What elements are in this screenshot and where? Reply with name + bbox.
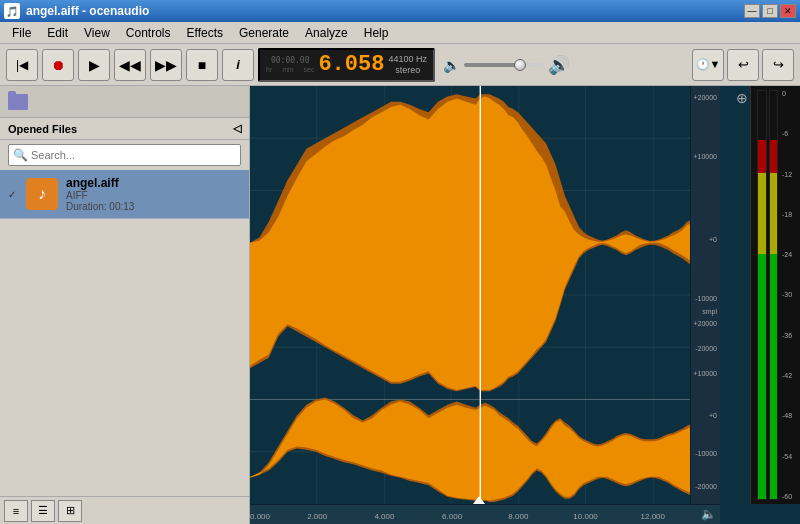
menu-item-help[interactable]: Help (356, 24, 397, 42)
minimize-button[interactable]: — (744, 4, 760, 18)
time-display: 00:00.00 hrminsec 6.058 44100 Hz stereo (258, 48, 435, 82)
app-icon: 🎵 (4, 3, 20, 19)
scale-10000-ch1: +10000 (693, 153, 717, 160)
ruler-8: 8.000 (508, 512, 528, 521)
sidebar-bottom: ≡ ☰ ⊞ (0, 496, 249, 524)
menu-item-view[interactable]: View (76, 24, 118, 42)
db-scale: 0 -6 -12 -18 -24 -30 -36 -42 -48 -54 -60 (780, 90, 798, 500)
file-thumbnail: ♪ (26, 178, 58, 210)
meter-right (769, 90, 779, 500)
waveform-canvas[interactable]: smpl smpl (250, 86, 720, 504)
right-toolbar: 🕐▼ ↩ ↪ (692, 49, 794, 81)
scale-neg10000-ch1: -10000 (695, 295, 717, 302)
time-value: 6.058 (318, 52, 384, 77)
menu-item-generate[interactable]: Generate (231, 24, 297, 42)
title-bar-buttons: — □ ✕ (744, 4, 796, 18)
list-view-button[interactable]: ≡ (4, 500, 28, 522)
playhead-marker (473, 496, 485, 504)
scale-0-ch1: +0 (709, 236, 717, 243)
volume-area: 🔈 🔊 (443, 54, 570, 76)
info-button[interactable]: i (222, 49, 254, 81)
waveform-area[interactable]: ⊕ (250, 86, 800, 524)
db-18: -18 (782, 211, 798, 218)
volume-high-icon: 🔊 (548, 54, 570, 76)
file-item[interactable]: ✓ ♪ angel.aiff AIFF Duration: 00:13 (0, 170, 249, 219)
scale-20000-ch2: +20000 (693, 320, 717, 327)
scale-neg20000-ch1: -20000 (695, 345, 717, 352)
ruler-0: 0.000 (250, 512, 270, 521)
title-text: angel.aiff - ocenaudio (26, 4, 149, 18)
rewind-button[interactable]: ◀◀ (114, 49, 146, 81)
title-bar: 🎵 angel.aiff - ocenaudio — □ ✕ (0, 0, 800, 22)
scale-10000-ch2: +10000 (693, 370, 717, 377)
db-30: -30 (782, 291, 798, 298)
scale-0-ch2: +0 (709, 412, 717, 419)
db-36: -36 (782, 332, 798, 339)
close-button[interactable]: ✕ (780, 4, 796, 18)
file-list: ✓ ♪ angel.aiff AIFF Duration: 00:13 (0, 170, 249, 496)
scale-neg20000-ch2: -20000 (695, 483, 717, 490)
waveform-svg (250, 86, 720, 504)
volume-slider[interactable] (464, 63, 544, 67)
zoom-in-icon[interactable]: ⊕ (736, 90, 748, 106)
menu-item-controls[interactable]: Controls (118, 24, 179, 42)
db-60: -60 (782, 493, 798, 500)
db-12: -12 (782, 171, 798, 178)
search-area: 🔍 (0, 140, 249, 170)
volume-low-icon: 🔈 (443, 57, 460, 73)
fast-forward-button[interactable]: ▶▶ (150, 49, 182, 81)
ruler-4: 4.000 (374, 512, 394, 521)
scale-neg10000-ch2: -10000 (695, 450, 717, 457)
menu-item-effects[interactable]: Effects (179, 24, 231, 42)
db-meter: 0 -6 -12 -18 -24 -30 -36 -42 -48 -54 -60 (750, 86, 800, 504)
sidebar-collapse-icon[interactable]: ◁ (233, 122, 241, 135)
meter-left (757, 90, 767, 500)
meter-left-cap (758, 91, 766, 140)
file-name: angel.aiff (66, 176, 241, 190)
opened-files-header: Opened Files ◁ (0, 118, 249, 140)
db-24: -24 (782, 251, 798, 258)
folder-icon (8, 94, 28, 110)
ruler-10: 10.000 (573, 512, 597, 521)
maximize-button[interactable]: □ (762, 4, 778, 18)
db-54: -54 (782, 453, 798, 460)
menu-item-file[interactable]: File (4, 24, 39, 42)
sample-rate: 44100 Hz stereo (388, 54, 427, 76)
history-button[interactable]: 🕐▼ (692, 49, 724, 81)
play-button[interactable]: ▶ (78, 49, 110, 81)
volume-knob[interactable] (514, 59, 526, 71)
menu-bar: FileEditViewControlsEffectsGenerateAnaly… (0, 22, 800, 44)
ruler-6: 6.000 (442, 512, 462, 521)
file-check-icon: ✓ (8, 189, 16, 200)
opened-files-label: Opened Files (8, 123, 77, 135)
search-wrapper: 🔍 (8, 144, 241, 166)
file-duration: Duration: 00:13 (66, 201, 241, 212)
menu-item-analyze[interactable]: Analyze (297, 24, 356, 42)
ruler-12: 12.000 (641, 512, 665, 521)
detail-view-button[interactable]: ☰ (31, 500, 55, 522)
db-42: -42 (782, 372, 798, 379)
db-6: -6 (782, 130, 798, 137)
search-icon: 🔍 (13, 148, 28, 162)
return-start-button[interactable]: |◀ (6, 49, 38, 81)
stop-button[interactable]: ■ (186, 49, 218, 81)
file-info: angel.aiff AIFF Duration: 00:13 (66, 176, 241, 212)
scale-area: +20000 +10000 +0 -10000 -20000 smpl +200… (690, 86, 720, 504)
search-input[interactable] (8, 144, 241, 166)
meter-right-bg (770, 91, 778, 499)
grid-view-button[interactable]: ⊞ (58, 500, 82, 522)
db-48: -48 (782, 412, 798, 419)
sidebar-header (0, 86, 249, 118)
record-button[interactable]: ⏺ (42, 49, 74, 81)
file-type: AIFF (66, 190, 241, 201)
ch2-smpl-label: smpl (702, 308, 717, 315)
meter-right-cap (770, 91, 778, 140)
redo-button[interactable]: ↪ (762, 49, 794, 81)
meter-left-bg (758, 91, 766, 499)
db-0: 0 (782, 90, 798, 97)
menu-item-edit[interactable]: Edit (39, 24, 76, 42)
speaker-icon: 🔈 (701, 507, 716, 521)
main-area: Opened Files ◁ 🔍 ✓ ♪ angel.aiff AIFF Dur… (0, 86, 800, 524)
undo-button[interactable]: ↩ (727, 49, 759, 81)
time-ruler: 0.000 2.000 4.000 6.000 8.000 10.000 12.… (250, 504, 720, 524)
